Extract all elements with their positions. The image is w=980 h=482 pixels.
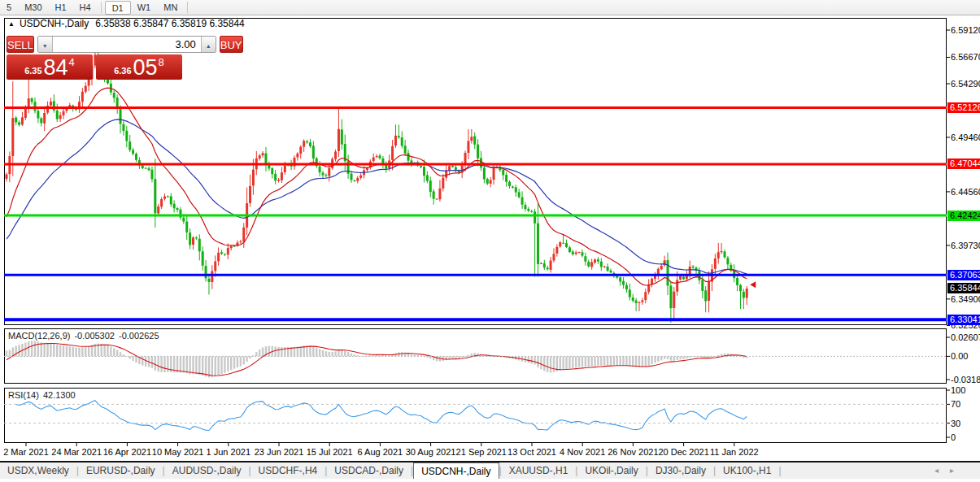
chart-tab-bar: ◂▸ USDX,Weekly|EURUSD-,Daily|AUDUSD-,Dai… [0,461,980,479]
buy-price-sup: 8 [159,56,164,68]
macd-axis-label: -0.03187 [951,375,980,384]
sell-price-button[interactable]: 6.35844 [7,54,93,80]
macd-value-1: -0.005302 [74,331,115,341]
rsi-axis-label: 70 [951,399,960,409]
chart-tab-audusd-daily[interactable]: AUDUSD-,Daily [165,462,249,479]
macd-label: MACD(12,26,9)-0.005302-0.002625 [8,331,163,341]
chevron-down-icon: ▼ [42,43,48,49]
chart-tab-ukoil-daily[interactable]: UKOil-,Daily [577,462,645,479]
buy-button[interactable]: BUY [220,36,243,53]
buy-price-prefix: 6.36 [114,66,131,76]
tab-separator: | [778,462,781,479]
price-axis-label: 6.54290 [951,79,980,89]
timeframe-button-h1[interactable]: H1 [49,1,73,15]
rsi-name: RSI(14) [8,390,39,400]
price-level-label: 6.37063 [947,270,980,280]
buy-price-button[interactable]: 6.36058 [96,54,182,80]
scroll-left-icon: ◂ [934,466,950,475]
timeframe-button-5[interactable]: 5 [0,1,18,15]
timeframe-button-w1[interactable]: W1 [131,1,158,15]
price-level-label: 6.52126 [947,102,980,113]
chart-tab-uk100-h1[interactable]: UK100-,H1 [716,462,778,479]
price-axis-label: 6.56670 [951,52,980,62]
price-axis-label: 6.59120 [951,25,980,35]
price-level-label: 6.47044 [947,158,980,169]
sell-price-sup: 4 [69,56,75,68]
scroll-right-icon: ▸ [950,466,965,475]
timeframe-button-h4[interactable]: H4 [73,1,98,15]
rsi-label: RSI(14)42.1300 [8,390,80,400]
buy-price-big: 05 [133,57,158,78]
timeframe-button-m30[interactable]: M30 [18,1,48,15]
sell-price-big: 84 [44,57,68,78]
volume-input[interactable] [53,37,201,52]
chart-tab-usdx-weekly[interactable]: USDX,Weekly [0,462,76,479]
macd-name: MACD(12,26,9) [8,331,70,341]
chart-symbol: USDCNH-,Daily [20,18,89,29]
timeframe-toolbar: 5M30H1H4D1W1MN [0,0,980,15]
toolbar-separator [101,2,102,13]
chart-tab-eurusd-daily[interactable]: EURUSD-,Daily [79,462,163,479]
price-axis-label: 6.44560 [951,187,980,197]
timeframe-button-mn[interactable]: MN [157,1,184,15]
price-axis-label: 6.39730 [951,241,980,250]
volume-decrease-button[interactable]: ▼ [38,37,53,52]
chart-tab-usdchf-h4[interactable]: USDCHF-,H4 [251,462,325,479]
macd-axis-label: 0.02607 [951,332,980,342]
sell-price-prefix: 6.35 [24,66,41,76]
rsi-axis-label: 0 [951,432,956,442]
rsi-axis-label: 30 [951,419,960,428]
chart-title: ▲USDCNH-,Daily6.35838 6.35847 6.35819 6.… [8,18,245,29]
window-bottom-edge [0,479,980,482]
timeframe-button-d1[interactable]: D1 [105,1,131,15]
macd-value-2: -0.002625 [119,331,159,341]
volume-spinner: ▼ ▲ [37,36,216,53]
rsi-axis-label: 100 [951,385,965,395]
trade-panel: SELL ▼ ▲ BUY 6.35844 6.36058 [7,36,182,80]
mt4-window: 5M30H1H4D1W1MN ▲USDCNH-,Daily6.35838 6.3… [0,0,980,482]
price-axis-label: 6.34900 [951,294,980,304]
price-level-label: 6.42424 [947,211,980,221]
chart-tab-usdcad-daily[interactable]: USDCAD-,Daily [327,462,411,479]
volume-increase-button[interactable]: ▲ [201,37,216,52]
chart-tab-dj30-daily[interactable]: DJ30-,Daily [648,462,713,479]
current-price-label: 6.35844 [947,283,980,293]
price-level-label: 6.33041 [947,315,980,325]
chart-canvas[interactable] [0,15,980,461]
date-axis-label: 11 Jan 2022 [702,447,767,457]
toolbar-separator [187,2,188,13]
price-axis-label: 6.49460 [951,132,980,142]
tab-scroll-arrows[interactable]: ◂▸ [934,462,965,479]
rsi-value: 42.1300 [43,390,76,400]
collapse-triangle-icon[interactable]: ▲ [8,20,15,28]
sell-button[interactable]: SELL [7,36,34,53]
macd-axis-label: 0.00 [951,351,968,361]
price-chart-svg [0,15,980,482]
chart-tab-usdcnh-daily[interactable]: USDCNH-,Daily [413,462,499,479]
chevron-up-icon: ▲ [206,43,211,49]
chart-tab-xauusd-h1[interactable]: XAUUSD-,H1 [502,462,576,479]
chart-ohlc-quotes: 6.35838 6.35847 6.35819 6.35844 [95,18,245,29]
